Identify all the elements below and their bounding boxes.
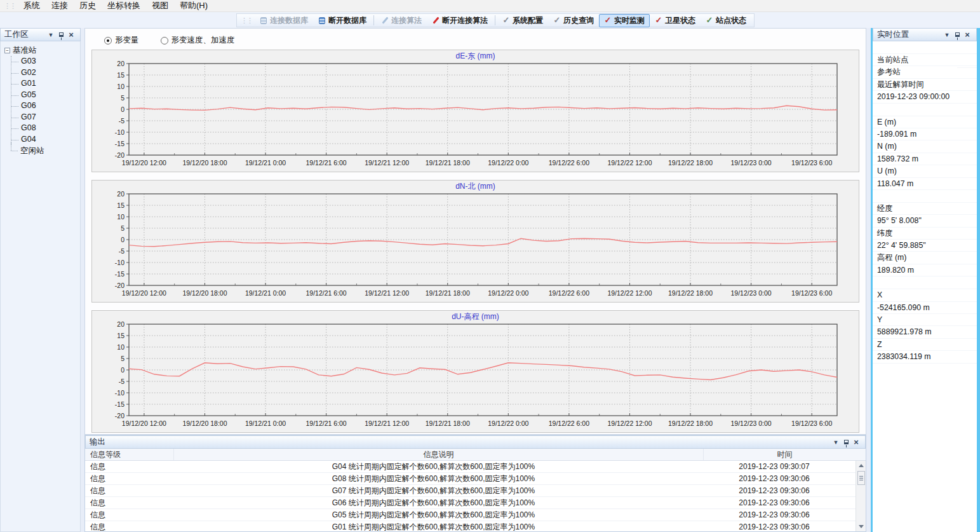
radio-deformation[interactable]: 形变量 [104,35,139,46]
chart-1-box: dE-东 (mm)-20-15-10-50510152019/12/20 12:… [91,50,859,172]
position-menu-arrow-icon[interactable]: ▼ [942,32,952,38]
tree-node-station-G07[interactable]: G07 [11,112,80,123]
output-log-row[interactable]: 信息G08 统计周期内固定解个数600,解算次数600,固定率为100%2019… [85,473,856,485]
svg-text:-10: -10 [115,259,124,266]
svg-text:-20: -20 [115,412,124,419]
svg-text:-10: -10 [115,128,124,136]
toolbar-button-satellite-status[interactable]: ✓卫星状态 [650,14,701,27]
svg-text:19/12/22 18:00: 19/12/22 18:00 [668,289,713,297]
tree-node-station-G05[interactable]: G05 [11,90,80,101]
position-pin-icon[interactable] [952,32,962,38]
tree-node-station-G03[interactable]: G03 [11,56,80,67]
radio-deformation-label: 形变量 [115,35,139,46]
svg-text:19/12/23 0:00: 19/12/23 0:00 [730,289,771,297]
svg-text:19/12/22 0:00: 19/12/22 0:00 [488,289,528,297]
toolbar-button-station-status[interactable]: ✓站点状态 [701,14,751,27]
svg-text:-15: -15 [115,140,124,147]
radio-velocity-acceleration[interactable]: 形变速度、加速度 [161,35,235,46]
output-log-row[interactable]: 信息G01 统计周期内固定解个数600,解算次数600,固定率为100%2019… [85,521,856,531]
position-field-label: Z [873,339,977,351]
output-close-icon[interactable]: × [851,439,861,446]
log-message: G06 统计周期内固定解个数600,解算次数600,固定率为100% [174,497,694,508]
toolbar-button-algorithm-connect[interactable]: 连接算法 [376,14,427,27]
svg-text:19/12/22 12:00: 19/12/22 12:00 [607,419,652,427]
radio-selected-icon [104,37,112,44]
tree-node-station-G04[interactable]: G04 [11,134,80,146]
toolbar-button-system-config[interactable]: ✓系统配置 [497,14,548,27]
output-log-row[interactable]: 信息G05 统计周期内固定解个数600,解算次数600,固定率为100%2019… [85,509,856,521]
svg-text:19/12/21 6:00: 19/12/21 6:00 [305,419,346,427]
menu-item[interactable]: 系统 [18,0,46,12]
output-pin-icon[interactable] [841,439,851,446]
position-field-label: 经度 [873,203,977,215]
scroll-down-icon[interactable] [857,522,866,531]
svg-text:0: 0 [121,106,124,113]
menu-item[interactable]: 帮助(H) [174,0,213,12]
position-field-label: U (m) [873,165,977,177]
toolbar-separator [495,15,495,25]
tree-node-idle-stations[interactable]: 空闲站 [11,145,80,156]
toolbar-button-history-query[interactable]: ✓历史查询 [548,14,599,27]
workspace-menu-arrow-icon[interactable]: ▼ [46,32,56,38]
algorithm-connect-icon [381,17,389,24]
log-time: 2019-12-23 09:30:06 [694,521,856,531]
tree-node-station-G01[interactable]: G01 [11,78,80,90]
position-field-label: X [873,289,977,301]
log-level: 信息 [85,461,174,472]
radio-velocity-label: 形变速度、加速度 [171,35,235,46]
workspace-pin-icon[interactable] [56,32,66,38]
workspace-panel-titlebar: 工作区 ▼ × [0,28,81,41]
output-log-row[interactable]: 信息G07 统计周期内固定解个数600,解算次数600,固定率为100%2019… [85,485,856,497]
tree-node-station-G08[interactable]: G08 [11,123,80,134]
position-field-label: 高程 (m) [873,252,977,264]
log-message: G05 统计周期内固定解个数600,解算次数600,固定率为100% [174,509,694,521]
output-log-row[interactable]: 信息G04 统计周期内固定解个数600,解算次数600,固定率为100%2019… [85,461,856,473]
autohide-edge-strip[interactable] [977,28,980,532]
algorithm-disconnect-icon-glyph [433,17,439,24]
toolbar-button-label: 历史查询 [563,15,594,26]
position-close-icon[interactable]: × [962,32,972,38]
tree-node-base-stations[interactable]: − 基准站 [4,45,80,56]
menu-item[interactable]: 视图 [146,0,174,12]
scroll-up-icon[interactable] [857,461,866,470]
log-level: 信息 [85,473,174,484]
log-time: 2019-12-23 09:30:06 [694,473,856,484]
output-scrollbar[interactable] [856,461,866,531]
output-menu-arrow-icon[interactable]: ▼ [831,439,841,446]
output-table-body: 信息G04 统计周期内固定解个数600,解算次数600,固定率为100%2019… [85,461,866,531]
toolbar-button-algorithm-disconnect[interactable]: 断开连接算法 [427,14,493,27]
tree-node-station-G02[interactable]: G02 [11,67,80,79]
toolbar-button-realtime-monitor[interactable]: ✓实时监测 [599,14,650,27]
svg-text:0: 0 [121,236,124,243]
tree-node-station-G06[interactable]: G06 [11,100,80,112]
svg-text:19/12/20 12:00: 19/12/20 12:00 [122,289,166,297]
database-disconnect-icon-glyph [319,17,325,24]
charts-container: dE-东 (mm)-20-15-10-50510152019/12/20 12:… [91,50,859,433]
svg-text:19/12/21 0:00: 19/12/21 0:00 [245,159,286,167]
position-field-value: -189.091 m [873,128,977,140]
menu-item[interactable]: 历史 [74,0,102,12]
position-gap [873,190,977,203]
toolbar-button-database-connect[interactable]: 连接数据库 [255,14,313,27]
log-message: G01 统计周期内固定解个数600,解算次数600,固定率为100% [174,521,694,531]
tree-collapse-icon[interactable]: − [4,48,10,53]
chart-title: dU-高程 (mm) [92,311,859,322]
database-connect-icon [260,17,267,24]
database-disconnect-icon [318,17,326,24]
scrollbar-thumb[interactable] [857,471,865,485]
history-query-icon-glyph: ✓ [554,17,561,24]
output-log-row[interactable]: 信息G06 统计周期内固定解个数600,解算次数600,固定率为100%2019… [85,497,856,509]
svg-text:19/12/21 6:00: 19/12/21 6:00 [305,289,346,297]
toolbar-button-label: 卫星状态 [665,15,695,26]
svg-text:19/12/23 0:00: 19/12/23 0:00 [730,159,771,167]
workspace-close-icon[interactable]: × [66,32,76,38]
position-field-label: Y [873,314,977,326]
toolbar-button-label: 连接数据库 [270,15,308,26]
svg-text:19/12/23 0:00: 19/12/23 0:00 [730,419,771,427]
toolbar-button-database-disconnect[interactable]: 断开数据库 [313,14,372,27]
menu-item[interactable]: 坐标转换 [102,0,146,12]
chart-title: dN-北 (mm) [92,181,859,191]
column-header-message: 信息说明 [174,449,704,460]
menu-item[interactable]: 连接 [46,0,74,12]
log-level: 信息 [85,497,174,508]
